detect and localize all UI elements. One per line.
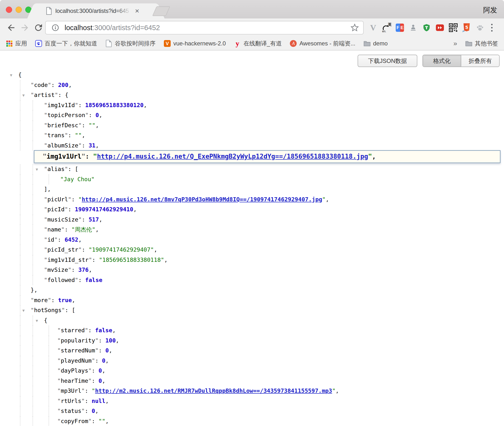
indent-guide — [20, 325, 20, 336]
page-icon — [105, 40, 112, 47]
indent-guide — [20, 80, 20, 90]
reload-button[interactable] — [34, 23, 43, 33]
json-key: img1v1Id — [47, 102, 75, 109]
json-link[interactable]: http://m2.music.126.net/RMJR7wDullRqppBk… — [95, 387, 332, 394]
json-quote: " — [54, 236, 58, 243]
indent-guide — [33, 275, 33, 285]
html5-tool-icon[interactable]: 5 — [462, 23, 471, 33]
json-value-bool: false — [95, 327, 112, 334]
json-comma: , — [105, 357, 109, 364]
qrcode-tool-icon[interactable] — [449, 23, 458, 33]
collapse-arrow-icon[interactable]: ▼ — [22, 306, 25, 316]
json-quote: " — [61, 307, 65, 314]
indent-guide — [33, 376, 33, 386]
profile-name[interactable]: 阿发 — [483, 5, 497, 15]
url-text[interactable]: localhost:3000/artists?id=6452 — [65, 24, 351, 32]
person-tool-icon[interactable] — [409, 23, 418, 33]
address-bar[interactable]: localhost:3000/artists?id=6452 — [45, 21, 364, 34]
browser-menu-icon[interactable] — [489, 24, 495, 32]
indent-guide — [20, 204, 20, 215]
other-bookmarks-label: 其他书签 — [475, 40, 498, 47]
json-line: "picUrl": "http://p4.music.126.net/8mv7q… — [0, 195, 504, 205]
json-line: "status": 0, — [0, 406, 504, 416]
json-brace: { — [65, 92, 68, 98]
json-comma: , — [102, 377, 105, 384]
json-key: img1v1Url — [47, 153, 82, 160]
indent-guide — [33, 386, 33, 396]
json-line: "img1v1Id": 18569651883380120, — [0, 100, 504, 111]
format-button[interactable]: 格式化 — [423, 55, 461, 67]
indent-guide — [20, 416, 20, 426]
json-line: ▼{ — [0, 315, 504, 326]
browser-tab[interactable]: localhost:3000/artists?id=645 × — [36, 3, 155, 18]
json-key: playedNum — [61, 357, 92, 364]
indent-guide — [20, 100, 20, 111]
other-bookmarks-folder[interactable]: 其他书签 — [465, 40, 498, 47]
json-quote: " — [44, 277, 47, 283]
bookmark-item[interactable]: Vvue-hackernews-2.0 — [164, 40, 226, 47]
json-link[interactable]: http://p4.music.126.net/8mv7qP30Pd3oHW8b… — [82, 196, 322, 203]
bookmark-item[interactable]: 应用 — [6, 40, 27, 47]
json-key: alias — [47, 166, 65, 172]
bookmark-item[interactable]: 百度一下，你就知道 — [35, 40, 97, 47]
bookmark-item[interactable]: AAwesomes - 前端资... — [290, 40, 355, 47]
fe-tool-icon[interactable]: FE — [395, 23, 404, 33]
vue-devtools-icon[interactable]: V — [369, 23, 378, 33]
json-line: "img1v1Id_str": "18569651883380118", — [0, 255, 504, 265]
json-link[interactable]: http://p4.music.126.net/Q_ExePNkmgB2yWyL… — [97, 153, 368, 160]
bookmark-star-icon[interactable] — [351, 24, 359, 32]
collapse-arrow-icon[interactable]: ▼ — [22, 90, 25, 101]
bookmark-item[interactable]: demo — [364, 40, 388, 47]
json-quote: " — [65, 132, 68, 139]
json-colon: : — [68, 166, 75, 172]
indent-guide — [20, 336, 20, 346]
bookmarks-overflow-chevron[interactable]: » — [453, 40, 457, 47]
json-quote: " — [44, 122, 47, 129]
json-colon: : — [68, 132, 75, 139]
json-quote: " — [44, 206, 47, 213]
json-quote: " — [31, 82, 34, 88]
json-value-string: "周杰伦" — [71, 226, 95, 233]
json-colon: : — [82, 142, 89, 149]
json-key: rtUrls — [61, 398, 81, 404]
json-colon: : — [82, 216, 89, 223]
indent-guide — [20, 255, 20, 265]
shield-tool-icon[interactable] — [422, 23, 431, 33]
indent-guide — [20, 386, 20, 396]
back-button[interactable] — [6, 23, 16, 33]
collapse-arrow-icon[interactable]: ▼ — [36, 164, 38, 175]
video-tool-icon[interactable] — [435, 23, 445, 33]
json-quote: " — [95, 337, 99, 344]
json-quote: " — [44, 132, 47, 139]
download-json-button[interactable]: 下载JSON数据 — [358, 55, 417, 67]
window-minimize-button[interactable] — [16, 7, 22, 13]
collapse-all-button[interactable]: 折叠所有 — [461, 55, 499, 67]
indent-guide — [49, 346, 49, 356]
collapse-arrow-icon[interactable]: ▼ — [36, 316, 38, 326]
json-quote: " — [44, 256, 47, 263]
json-value-string: "Jay Chou" — [60, 176, 94, 183]
json-colon: : — [51, 82, 58, 88]
collapse-arrow-icon[interactable]: ▼ — [10, 70, 12, 80]
indent-guide — [33, 141, 33, 151]
bookmark-item[interactable]: 谷歌按时间排序 — [105, 40, 156, 47]
json-value-bool: true — [58, 297, 72, 304]
page-info-icon[interactable] — [51, 24, 59, 32]
json-brace: { — [44, 317, 47, 324]
forward-button[interactable] — [20, 23, 30, 33]
json-line: "picId_str": "19097417462929407", — [0, 245, 504, 255]
tab-close-icon[interactable]: × — [135, 7, 139, 15]
bookmark-item[interactable]: y在线翻译_有道 — [234, 40, 282, 47]
json-quote: " — [93, 153, 97, 160]
json-quote: " — [44, 226, 47, 233]
json-line: "followed": false — [0, 275, 504, 285]
json-colon: : — [65, 226, 71, 233]
paw-tool-icon[interactable] — [475, 23, 485, 33]
json-quote: " — [44, 166, 47, 172]
json-comma: , — [109, 347, 112, 354]
json-value-num: 517 — [89, 216, 99, 223]
translator-icon[interactable]: 英en. — [382, 23, 391, 33]
bookmark-label: vue-hackernews-2.0 — [173, 40, 226, 47]
json-quote: " — [92, 357, 95, 364]
window-close-button[interactable] — [6, 7, 12, 13]
